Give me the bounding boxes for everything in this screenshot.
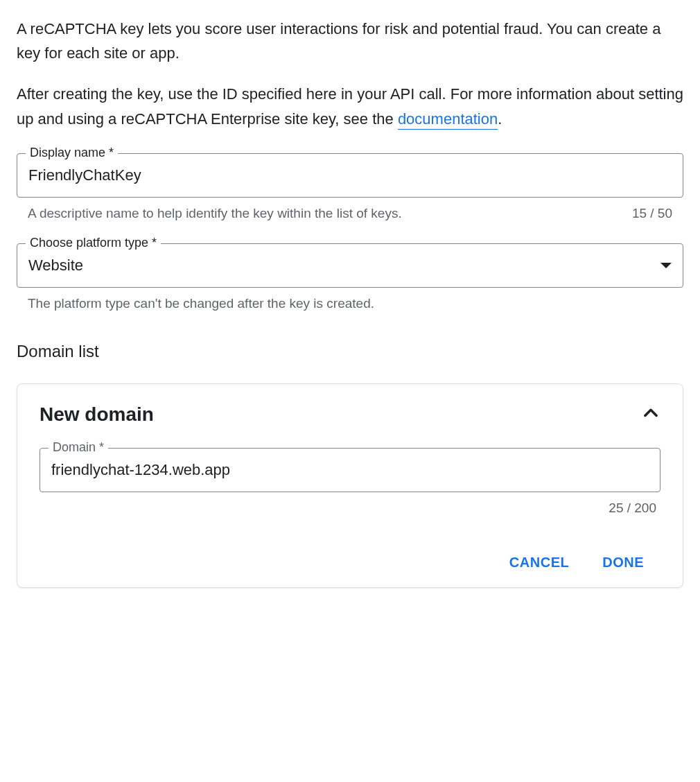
domain-label: Domain * xyxy=(49,440,108,455)
card-actions: CANCEL DONE xyxy=(40,555,660,571)
intro-paragraph-2-prefix: After creating the key, use the ID speci… xyxy=(17,85,683,127)
platform-type-helper: The platform type can't be changed after… xyxy=(28,296,374,311)
platform-type-value: Website xyxy=(28,257,83,275)
display-name-input[interactable] xyxy=(28,166,672,184)
domain-outline: Domain * xyxy=(40,448,660,492)
cancel-button[interactable]: CANCEL xyxy=(509,555,569,571)
display-name-outline: Display name * xyxy=(17,153,683,198)
domain-input[interactable] xyxy=(51,461,649,479)
intro-paragraph-2-suffix: . xyxy=(498,110,502,128)
intro-text: A reCAPTCHA key lets you score user inte… xyxy=(17,17,683,131)
documentation-link[interactable]: documentation xyxy=(398,110,498,130)
chevron-up-icon xyxy=(641,403,660,426)
intro-paragraph-2: After creating the key, use the ID speci… xyxy=(17,82,683,130)
dropdown-icon xyxy=(660,263,672,268)
new-domain-card: New domain Domain * 25 / 200 CANCEL DONE xyxy=(17,383,683,588)
new-domain-title: New domain xyxy=(40,403,154,426)
display-name-counter: 15 / 50 xyxy=(632,206,672,221)
domain-counter: 25 / 200 xyxy=(40,492,660,516)
done-button[interactable]: DONE xyxy=(602,555,644,571)
display-name-helper-row: A descriptive name to help identify the … xyxy=(17,198,683,221)
display-name-label: Display name * xyxy=(26,146,118,160)
display-name-field: Display name * A descriptive name to hel… xyxy=(17,153,683,221)
domain-field: Domain * xyxy=(40,448,660,492)
card-header[interactable]: New domain xyxy=(40,403,660,426)
intro-paragraph-1: A reCAPTCHA key lets you score user inte… xyxy=(17,17,683,65)
platform-type-select[interactable]: Choose platform type * Website xyxy=(17,243,683,288)
platform-type-label: Choose platform type * xyxy=(26,236,161,250)
platform-type-helper-row: The platform type can't be changed after… xyxy=(17,288,683,311)
domain-list-heading: Domain list xyxy=(17,342,683,361)
display-name-helper: A descriptive name to help identify the … xyxy=(28,206,402,221)
platform-type-field: Choose platform type * Website The platf… xyxy=(17,243,683,311)
